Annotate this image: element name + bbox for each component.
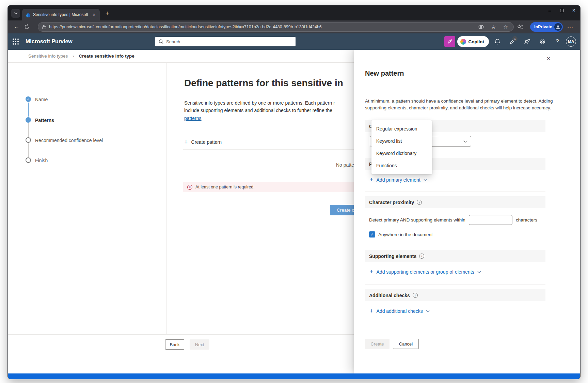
back-button[interactable]: Back (165, 339, 184, 350)
panel-close-icon[interactable]: × (544, 55, 553, 63)
panel-cancel-button[interactable]: Cancel (393, 339, 419, 349)
people-chat-icon (524, 39, 531, 45)
section-divider (365, 245, 545, 245)
copilot-icon (460, 39, 466, 45)
lock-icon[interactable] (42, 25, 46, 29)
info-icon[interactable]: i (417, 200, 422, 205)
account-avatar[interactable]: MA (566, 36, 576, 47)
wizard-step-confidence[interactable]: Recommended confidence level (35, 138, 103, 143)
feedback-button[interactable]: 1 (506, 33, 519, 50)
menu-item-functions[interactable]: Functions (371, 159, 432, 172)
favorite-star-icon[interactable]: ☆ (501, 24, 510, 30)
browser-menu-icon[interactable]: ⋯ (566, 24, 574, 31)
maximize-icon[interactable] (560, 8, 563, 13)
help-button[interactable]: ? (551, 33, 564, 50)
step-upcoming-icon (26, 157, 31, 163)
menu-item-keyword-list[interactable]: Keyword list (371, 135, 432, 147)
step-connector (28, 103, 29, 117)
step-complete-icon: ✓ (26, 96, 31, 102)
step-current-icon (26, 117, 31, 123)
wizard-step-name[interactable]: Name (35, 97, 48, 102)
app-header: Microsoft Purview Search Copilot (8, 33, 580, 50)
inprivate-badge[interactable]: InPrivate (530, 22, 563, 32)
copilot-label: Copilot (468, 39, 484, 44)
plus-icon: + (370, 269, 374, 275)
search-input[interactable]: Search (155, 37, 296, 46)
community-button[interactable] (521, 33, 534, 50)
notifications-button[interactable] (491, 33, 504, 50)
next-button[interactable]: Next (190, 339, 209, 350)
add-primary-element-label: Add primary element (377, 177, 420, 183)
new-pattern-panel: × New pattern At minimum, a pattern shou… (354, 50, 580, 373)
favorites-bar-icon[interactable] (517, 24, 525, 30)
menu-item-keyword-dictionary[interactable]: Keyword dictionary (371, 147, 432, 159)
app-launcher-icon[interactable] (8, 33, 23, 50)
breadcrumb-parent[interactable]: Sensitive info types (28, 53, 68, 59)
add-additional-checks-button[interactable]: + Add additional checks (370, 308, 430, 314)
menu-item-regular-expression[interactable]: Regular expression (371, 123, 432, 135)
new-tab-button[interactable]: + (103, 10, 111, 17)
window-controls: – × (549, 8, 575, 13)
list-divider (183, 149, 374, 150)
wizard-step-finish[interactable]: Finish (35, 158, 48, 163)
intro-line: include supporting elements and addition… (184, 108, 332, 113)
patterns-link[interactable]: patterns (184, 116, 202, 121)
minimize-icon[interactable]: – (549, 8, 551, 13)
plus-icon: + (184, 139, 188, 145)
address-bar[interactable]: https://purview.microsoft.com/informatio… (38, 22, 514, 32)
tracking-prevention-icon[interactable] (478, 25, 487, 29)
checkbox-checked-icon[interactable]: ✓ (369, 231, 375, 238)
copilot-button[interactable]: Copilot (457, 36, 489, 47)
taskbar-strip (8, 373, 580, 379)
app-header-actions: Copilot 1 (444, 33, 576, 50)
section-divider (365, 191, 545, 192)
proximity-row: Detect primary AND supporting elements w… (369, 215, 537, 225)
panel-footer: Create Cancel (365, 339, 419, 349)
tab-search-button[interactable] (11, 9, 20, 18)
back-icon[interactable]: ← (13, 24, 21, 30)
info-icon[interactable]: i (413, 293, 418, 298)
anywhere-label: Anywhere in the document (378, 232, 433, 237)
feedback-badge: 1 (512, 36, 518, 41)
tab-close-icon[interactable]: × (91, 12, 97, 17)
error-icon: × (187, 185, 192, 190)
trial-rocket-button[interactable] (444, 36, 455, 47)
additional-checks-section-header: Additional checks i (365, 289, 545, 301)
browser-window: Sensitive info types | Microsoft Pu × + … (7, 5, 581, 379)
page-title: Define patterns for this sensitive in (184, 78, 343, 89)
bell-icon (494, 39, 500, 45)
rocket-icon (447, 39, 453, 45)
browser-tab[interactable]: Sensitive info types | Microsoft Pu × (22, 9, 100, 20)
create-pattern-command[interactable]: + Create pattern (184, 139, 222, 145)
window-close-icon[interactable]: × (572, 8, 575, 13)
add-primary-element-button[interactable]: + Add primary element (370, 177, 427, 183)
question-icon: ? (556, 39, 559, 45)
read-aloud-icon[interactable]: Aʹʹ (490, 25, 498, 30)
chevron-down-icon (463, 140, 467, 143)
chevron-down-icon (424, 179, 427, 181)
app-brand[interactable]: Microsoft Purview (26, 39, 73, 45)
wizard-stepper: ✓ Name Patterns Recommended confidence l… (8, 63, 166, 334)
detect-suffix-label: characters (516, 217, 537, 223)
wizard-step-patterns[interactable]: Patterns (35, 118, 54, 123)
supporting-elements-section-header: Supporting elements i (365, 250, 545, 262)
profile-avatar-icon (554, 23, 562, 31)
page-content: Sensitive info types › Create sensitive … (8, 50, 580, 373)
proximity-characters-input[interactable] (469, 215, 512, 225)
panel-description-line: At minimum, a pattern should have a conf… (365, 98, 553, 104)
url-text[interactable]: https://purview.microsoft.com/informatio… (49, 25, 475, 29)
step-connector (28, 143, 29, 157)
info-icon[interactable]: i (419, 254, 424, 259)
create-pattern-label: Create pattern (191, 139, 222, 145)
detect-prefix-label: Detect primary AND supporting elements w… (369, 217, 465, 223)
panel-title: New pattern (365, 70, 404, 77)
settings-button[interactable] (536, 33, 549, 50)
panel-create-button[interactable]: Create (365, 339, 390, 349)
element-type-dropdown-menu: Regular expression Keyword list Keyword … (371, 120, 432, 174)
add-additional-checks-label: Add additional checks (377, 308, 423, 314)
add-supporting-elements-button[interactable]: + Add supporting elements or group of el… (370, 269, 481, 275)
refresh-icon[interactable] (24, 24, 32, 30)
plus-icon: + (370, 177, 374, 183)
inprivate-label: InPrivate (534, 25, 552, 29)
character-proximity-section-header: Character proximity i (365, 196, 545, 208)
